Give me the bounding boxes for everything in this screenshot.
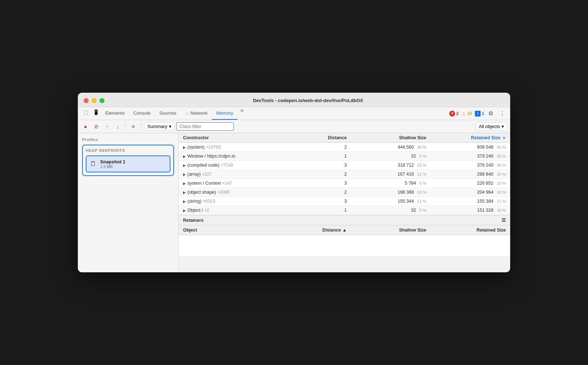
summary-dropdown-icon: ▾ [169, 124, 172, 129]
retainers-table-container[interactable]: Object Distance ▲ Shallow Size Retained … [179, 225, 510, 272]
minimize-button[interactable] [92, 98, 97, 103]
info-count: 1 [482, 111, 484, 116]
inspect-icon[interactable]: ⬚ [81, 107, 91, 117]
constructor-name: Object / [187, 208, 203, 213]
tab-elements[interactable]: Elements [101, 107, 129, 120]
device-icon[interactable]: 📱 [91, 107, 101, 117]
count-value: ×147 [222, 181, 232, 186]
cell-retained: 226 852 15 % [431, 179, 510, 188]
tab-sources[interactable]: Sources [155, 107, 181, 120]
cell-distance: 1 [311, 152, 351, 161]
constructor-name: (compiled code) [187, 163, 219, 168]
more-tabs-icon[interactable]: » [237, 107, 246, 120]
shallow-pct: 11 % [417, 172, 426, 176]
expand-icon[interactable]: ▶ [183, 154, 186, 158]
tab-memory[interactable]: Memory [212, 107, 237, 120]
heap-section: HEAP SNAPSHOTS 🗒 Snapshot 1 1.5 MB [82, 145, 174, 176]
table-row[interactable]: ▶ (array) ×227 2 167 416 11 % 268 840 18… [179, 170, 510, 179]
shallow-pct: 0 % [419, 181, 426, 185]
expand-icon[interactable]: ▶ [183, 145, 186, 149]
cell-retained: 151 328 10 % [431, 206, 510, 215]
data-panel: Constructor Distance Shallow Size Retain… [179, 133, 510, 272]
record-button[interactable]: ● [81, 122, 90, 131]
count-value: ×227 [202, 172, 212, 177]
main-table-container[interactable]: Constructor Distance Shallow Size Retain… [179, 133, 510, 215]
cell-retained: 379 240 26 % [431, 152, 510, 161]
constructor-name: system / Context [187, 181, 221, 186]
expand-icon[interactable]: ▶ [183, 163, 186, 167]
heap-table-body: ▶ (system) ×14793 2 444 560 30 % 608 548… [179, 143, 510, 215]
retained-pct: 14 % [497, 190, 506, 194]
cell-distance: 2 [311, 188, 351, 197]
summary-select[interactable]: Summary ▾ [144, 122, 175, 131]
cell-distance: 3 [311, 197, 351, 206]
all-objects-select[interactable]: All objects ▾ [476, 122, 507, 131]
warning-badge: ⚠ 35 [462, 111, 472, 116]
count-value: ×3389 [217, 190, 230, 195]
expand-icon[interactable]: ▶ [183, 172, 186, 176]
clear-button[interactable]: ⊘ [92, 122, 101, 131]
retainers-col-distance[interactable]: Distance ▲ [311, 225, 351, 235]
snapshot-item[interactable]: 🗒 Snapshot 1 1.5 MB [86, 155, 170, 172]
upload-button[interactable]: ↑ [102, 122, 112, 131]
table-row[interactable]: ▶ (compiled code) ×7140 3 318 712 22 % 3… [179, 161, 510, 170]
tab-bar: ⬚ 📱 Elements Console Sources ⚠ Network M… [78, 107, 510, 120]
retainers-table: Object Distance ▲ Shallow Size Retained … [179, 225, 510, 257]
error-count: 2 [456, 111, 459, 116]
snapshot-info: Snapshot 1 1.5 MB [100, 159, 125, 169]
retained-pct: 11 % [497, 199, 506, 203]
retainers-title: Retainers [183, 218, 204, 223]
cell-shallow: 318 712 22 % [351, 161, 431, 170]
count-value: ×2 [204, 208, 209, 213]
retainers-menu-icon[interactable]: ☰ [502, 217, 506, 223]
col-header-shallow[interactable]: Shallow Size [351, 133, 431, 143]
shallow-pct: 22 % [417, 163, 426, 167]
table-row[interactable]: ▶ Window / https://cdpn.io 1 32 0 % 379 … [179, 152, 510, 161]
retainers-col-shallow[interactable]: Shallow Size [351, 225, 431, 235]
retainers-col-retained[interactable]: Retained Size [431, 225, 510, 235]
tab-console[interactable]: Console [129, 107, 155, 120]
more-options-icon[interactable]: ⋮ [497, 109, 507, 119]
table-row[interactable]: ▶ (object shape) ×3389 2 198 388 14 % 20… [179, 188, 510, 197]
table-row[interactable]: ▶ system / Context ×147 3 5 784 0 % 226 … [179, 179, 510, 188]
sort-arrow-icon: ▼ [502, 136, 506, 140]
close-button[interactable] [84, 98, 89, 103]
maximize-button[interactable] [99, 98, 104, 103]
cell-distance: 2 [311, 143, 351, 152]
cell-constructor: ▶ (system) ×14793 [179, 143, 311, 152]
error-icon: ✕ [449, 111, 455, 116]
cell-constructor: ▶ Window / https://cdpn.io [179, 152, 311, 161]
retainers-distance-sort-icon: ▲ [342, 228, 347, 233]
retainers-header: Retainers ☰ [179, 215, 510, 225]
tab-network[interactable]: ⚠ Network [181, 107, 212, 120]
expand-icon[interactable]: ▶ [183, 181, 186, 185]
col-header-constructor[interactable]: Constructor [179, 133, 311, 143]
col-header-retained[interactable]: Retained Size ▼ [431, 133, 510, 143]
cell-constructor: ▶ (array) ×227 [179, 170, 311, 179]
download-button[interactable]: ↓ [113, 122, 122, 131]
cell-shallow: 167 416 11 % [351, 170, 431, 179]
table-row[interactable]: ▶ (string) ×6313 3 155 344 11 % 155 384 … [179, 197, 510, 206]
cell-shallow: 32 0 % [351, 152, 431, 161]
table-row[interactable]: ▶ Object / ×2 1 32 0 % 151 328 10 % [179, 206, 510, 215]
count-value: ×14793 [206, 145, 220, 150]
class-filter-input[interactable] [176, 122, 234, 131]
filter-icon[interactable]: ≡ [129, 122, 138, 131]
expand-icon[interactable]: ▶ [183, 190, 186, 194]
toolbar-divider-2 [141, 123, 141, 130]
devtools-window: DevTools - codepen.io/web-dot-dev/live/P… [78, 93, 510, 272]
constructor-name: (string) [187, 199, 201, 204]
retainers-col-object[interactable]: Object [179, 225, 311, 235]
col-header-distance[interactable]: Distance [311, 133, 351, 143]
traffic-lights [84, 98, 104, 103]
toolbar-divider [125, 123, 126, 130]
expand-icon[interactable]: ▶ [183, 208, 186, 212]
info-badge: i 1 [475, 111, 484, 116]
retainers-table-body [179, 235, 510, 257]
toolbar-right: ✕ 2 ⚠ 35 i 1 ⚙ ⋮ [448, 107, 507, 120]
cell-constructor: ▶ (compiled code) ×7140 [179, 161, 311, 170]
settings-icon[interactable]: ⚙ [486, 109, 496, 119]
expand-icon[interactable]: ▶ [183, 199, 186, 203]
cell-shallow: 444 560 30 % [351, 143, 431, 152]
table-row[interactable]: ▶ (system) ×14793 2 444 560 30 % 608 548… [179, 143, 510, 152]
